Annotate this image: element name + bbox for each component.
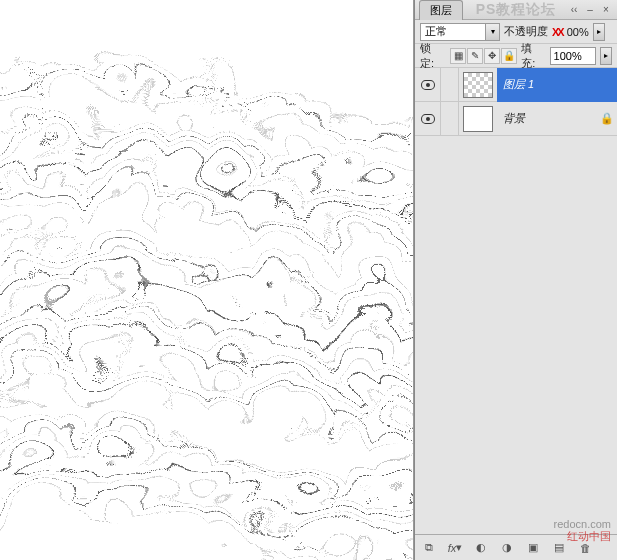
blend-mode-select[interactable]: 正常 ▾ — [420, 23, 500, 41]
collapse-icon[interactable]: ‹‹ — [567, 4, 581, 16]
visibility-toggle[interactable] — [415, 68, 441, 102]
panel-titlebar: 图层 PS教程论坛 ‹‹ – × — [415, 0, 617, 20]
eye-icon — [421, 114, 435, 124]
blend-mode-value: 正常 — [425, 24, 447, 39]
lock-transparency-icon[interactable]: ▦ — [450, 48, 466, 64]
lock-row: 锁定: ▦ ✎ ✥ 🔒 填充: 100% ▸ — [415, 44, 617, 68]
layer-row[interactable]: 背景 🔒 — [415, 102, 617, 136]
fx-icon[interactable]: fx▾ — [445, 539, 465, 557]
dropdown-arrow-icon: ▾ — [485, 24, 499, 40]
link-column[interactable] — [441, 102, 459, 136]
document-canvas[interactable] — [0, 0, 414, 560]
layer-row[interactable]: 图层 1 — [415, 68, 617, 102]
corner-watermark: redocn.com 红动中国 — [554, 518, 611, 542]
opacity-flyout-icon[interactable]: ▸ — [593, 23, 605, 41]
opacity-label: 不透明度 — [504, 24, 548, 39]
opacity-xx-mark: XX — [552, 26, 563, 38]
layer-mask-icon[interactable]: ◐ — [471, 539, 491, 557]
layer-name[interactable]: 背景 — [497, 102, 597, 136]
fill-flyout-icon[interactable]: ▸ — [600, 47, 612, 65]
watermark-text: PS教程论坛 — [476, 1, 557, 19]
link-layers-icon[interactable]: ⧉ — [419, 539, 439, 557]
new-group-icon[interactable]: ▣ — [523, 539, 543, 557]
minimize-icon[interactable]: – — [583, 4, 597, 16]
fill-label: 填充: — [521, 41, 545, 71]
layers-tab[interactable]: 图层 — [419, 0, 463, 20]
adjustment-layer-icon[interactable]: ◑ — [497, 539, 517, 557]
layer-thumbnail[interactable] — [463, 106, 493, 132]
lock-position-icon[interactable]: ✥ — [484, 48, 500, 64]
lock-pixels-icon[interactable]: ✎ — [467, 48, 483, 64]
layer-thumbnail[interactable] — [463, 72, 493, 98]
fill-input[interactable]: 100% — [550, 47, 597, 65]
layers-list: 图层 1 背景 🔒 — [415, 68, 617, 534]
close-icon[interactable]: × — [599, 4, 613, 16]
lock-indicator-icon: 🔒 — [597, 112, 617, 125]
layer-name[interactable]: 图层 1 — [497, 68, 617, 102]
eye-icon — [421, 80, 435, 90]
link-column[interactable] — [441, 68, 459, 102]
opacity-value: 00% — [567, 26, 589, 38]
lock-label: 锁定: — [420, 41, 444, 71]
layers-panel: 图层 PS教程论坛 ‹‹ – × 正常 ▾ 不透明度XX00% ▸ 锁定: ▦ … — [414, 0, 617, 560]
visibility-toggle[interactable] — [415, 102, 441, 136]
lock-all-icon[interactable]: 🔒 — [501, 48, 517, 64]
blend-row: 正常 ▾ 不透明度XX00% ▸ — [415, 20, 617, 44]
